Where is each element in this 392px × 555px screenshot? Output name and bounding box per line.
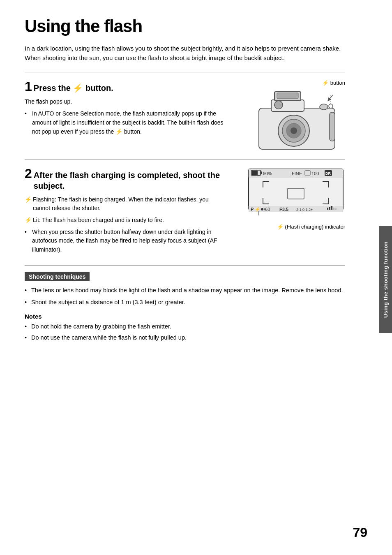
svg-text:FINE: FINE [292,171,302,176]
shooting-techniques-badge: Shooting techniques [25,272,90,281]
step1-section: 1 Press the ⚡ button. The flash pops up.… [25,80,345,155]
section-divider-1 [25,72,345,72]
section-divider-2 [25,159,345,160]
lcd-label-text: ⚡ (Flash charging) indicator [277,224,345,230]
technique-dot-1: • [25,286,31,295]
step2-flash-line1: ⚡ Flashing: The flash is being charged. … [25,195,222,213]
step1-image-area: ⚡ button [230,80,345,155]
camera-illustration [247,88,345,153]
technique-text-1: The lens or lens hood may block the ligh… [31,286,343,295]
step2-body: ⚡ Flashing: The flash is being charged. … [25,195,222,254]
step1-bullet-dot: • [25,109,30,118]
svg-text:90%: 90% [263,171,272,176]
svg-text:F3.5: F3.5 [279,207,288,212]
notes-heading: Notes [25,313,345,320]
svg-point-10 [274,101,283,109]
svg-point-29 [261,208,263,210]
step2-flash-text1: Flashing: The flash is being charged. Wh… [33,195,222,213]
svg-rect-9 [330,112,335,141]
notes-bullet-2: • Do not use the camera while the flash … [25,333,345,342]
step1-button-label: ⚡ button [322,80,345,86]
step2-flash-line2: ⚡ Lit: The flash has been charged and is… [25,216,222,224]
step1-body1: The flash pops up. [25,97,230,106]
flash-sym-2: ⚡ [25,216,32,224]
step1-number: 1 [25,80,32,93]
side-tab: Using the shooting function [379,226,392,333]
notes-text-1: Do not hold the camera by grabbing the f… [31,322,171,331]
technique-dot-2: • [25,298,31,307]
svg-text:/60: /60 [264,207,270,212]
step2-lcd-label: ⚡ (Flash charging) indicator [277,224,345,230]
step2-flash-text2: Lit: The flash has been charged and is r… [33,216,164,224]
svg-rect-18 [252,171,258,175]
technique-bullet-1: • The lens or lens hood may block the li… [25,286,345,295]
step2-image-area: 90% FINE 100 DR P [238,167,345,230]
step2-bullet-text: When you press the shutter button halfwa… [32,228,222,254]
shooting-techniques-section: Shooting techniques • The lens or lens h… [25,272,345,308]
step2-number: 2 [25,167,32,180]
svg-text:P: P [251,207,254,212]
step2-content: 2 After the flash charging is completed,… [25,167,222,257]
notes-text-2: Do not use the camera while the flash is… [31,333,187,342]
step1-body: The flash pops up. • In AUTO or Scene Se… [25,97,230,136]
svg-text:100: 100 [311,171,319,176]
side-tab-label: Using the shooting function [383,241,389,318]
notes-dot-1: • [25,322,31,331]
step1-bullet-text: In AUTO or Scene Selection mode, the fla… [32,109,230,136]
step2-bullet: • When you press the shutter button half… [25,228,222,254]
intro-text: In a dark location, using the flash allo… [25,44,345,63]
svg-point-7 [291,127,297,134]
svg-rect-33 [327,208,328,210]
notes-section: Notes • Do not hold the camera by grabbi… [25,313,345,342]
svg-rect-17 [261,171,262,174]
notes-dot-2: • [25,333,31,342]
bottom-divider [25,265,345,266]
technique-text-2: Shoot the subject at a distance of 1 m (… [31,298,185,307]
technique-bullet-2: • Shoot the subject at a distance of 1 m… [25,298,345,307]
svg-rect-34 [329,207,330,210]
svg-text:⚡: ⚡ [255,206,261,212]
step1-heading: Press the ⚡ button. [34,83,113,93]
svg-rect-3 [277,93,298,99]
step2-heading-row: 2 After the flash charging is completed,… [25,167,222,191]
step1-heading-row: 1 Press the ⚡ button. [25,80,230,93]
lcd-illustration: 90% FINE 100 DR P [247,167,345,220]
page-number: 79 [353,525,367,540]
svg-rect-35 [331,206,332,210]
step2-heading: After the flash charging is completed, s… [34,170,222,191]
svg-text:-2·1·0·1·2+: -2·1·0·1·2+ [295,208,313,212]
step1-content: 1 Press the ⚡ button. The flash pops up.… [25,80,230,139]
step1-bullet: • In AUTO or Scene Selection mode, the f… [25,109,230,136]
svg-point-8 [320,104,328,110]
svg-point-12 [329,104,333,108]
step2-section: 2 After the flash charging is completed,… [25,167,345,257]
svg-rect-37 [335,208,337,210]
flash-sym-1: ⚡ [25,195,32,204]
svg-rect-36 [333,208,334,210]
svg-text:DR: DR [325,171,331,176]
page-title: Using the flash [25,16,345,36]
step2-bullet-dot: • [25,228,30,237]
notes-bullet-1: • Do not hold the camera by grabbing the… [25,322,345,331]
